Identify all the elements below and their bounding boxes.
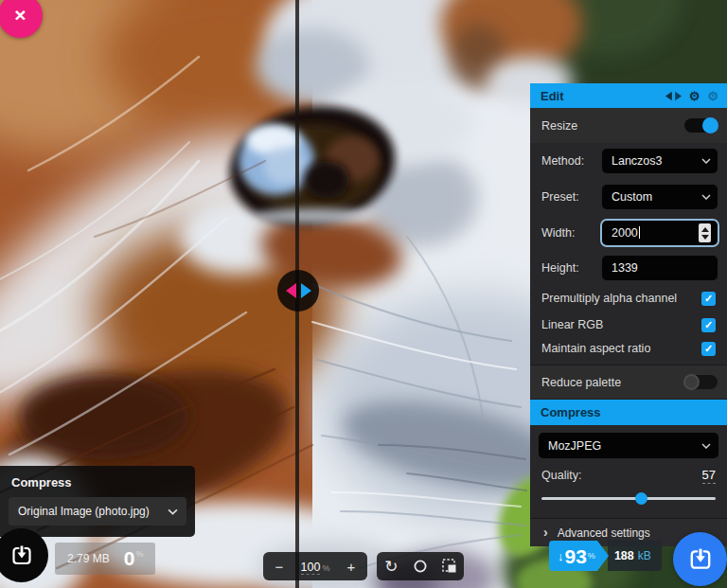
quality-value[interactable]: 57	[702, 468, 716, 484]
source-image-select[interactable]: Original Image (photo.jpg)	[9, 497, 186, 526]
minus-icon: −	[275, 559, 284, 575]
preset-row: Preset: Custom	[530, 179, 727, 215]
original-panel-title: Compress	[0, 466, 195, 497]
zoom-out-button[interactable]: −	[265, 552, 293, 580]
original-file-size: 2.79 MB	[67, 552, 110, 565]
reduce-palette-row: Reduce palette	[530, 365, 727, 400]
width-label: Width:	[541, 226, 575, 240]
quality-label: Quality:	[541, 469, 581, 482]
linear-rgb-label: Linear RGB	[541, 318, 603, 331]
text-caret	[639, 226, 640, 239]
spinner-up-icon	[701, 227, 709, 232]
compressed-size-value: 188	[614, 549, 634, 562]
download-icon	[10, 544, 33, 567]
percent-sign: %	[135, 549, 143, 559]
spinner-down-icon	[701, 235, 709, 240]
download-icon	[688, 547, 713, 572]
width-input[interactable]: 2000	[602, 221, 718, 245]
chevron-down-icon	[168, 508, 178, 515]
height-row: Height: 1339	[530, 251, 727, 285]
premultiply-checkbox[interactable]: ✓	[701, 292, 716, 306]
chevron-down-icon	[701, 443, 711, 449]
preset-select[interactable]: Custom	[602, 185, 718, 209]
reduce-palette-toggle[interactable]	[684, 375, 718, 389]
aspect-ratio-row: Maintain aspect ratio ✓	[530, 338, 727, 365]
rotate-icon: ↻	[384, 557, 398, 577]
compare-left-arrow-icon	[286, 283, 296, 298]
linear-rgb-checkbox[interactable]: ✓	[701, 318, 716, 332]
reduce-palette-label: Reduce palette	[541, 376, 621, 389]
resize-toggle[interactable]	[684, 118, 718, 133]
chevron-down-icon	[701, 158, 711, 164]
view-toolbar: ↻	[377, 552, 464, 580]
circle-icon	[414, 560, 427, 573]
slider-thumb[interactable]	[635, 492, 647, 505]
aspect-ratio-label: Maintain aspect ratio	[541, 342, 650, 355]
method-select[interactable]: Lanczos3	[602, 149, 718, 173]
edit-panel: Edit ⚙ ⚙ Resize Method: Lanczos3	[530, 83, 727, 546]
aspect-ratio-checkbox[interactable]: ✓	[701, 342, 716, 356]
compare-toggle-icon[interactable]	[665, 91, 682, 101]
preset-label: Preset:	[541, 190, 579, 204]
chevron-right-icon: ›	[543, 525, 548, 540]
edit-panel-header: Edit ⚙ ⚙	[530, 83, 727, 108]
number-spinner[interactable]	[699, 223, 711, 242]
savings-badge: ↓ 93 % 188 kB	[549, 541, 662, 571]
toggle-background-button[interactable]	[435, 552, 464, 580]
rotate-button[interactable]: ↻	[377, 552, 405, 580]
down-arrow-icon: ↓	[558, 549, 564, 563]
codec-select[interactable]: MozJPEG	[539, 433, 718, 458]
linear-rgb-row: Linear RGB ✓	[530, 312, 727, 338]
chevron-down-icon	[701, 194, 711, 200]
premultiply-label: Premultiply alpha channel	[541, 292, 677, 305]
original-percent-value: 0	[124, 547, 135, 569]
slider-track	[541, 497, 716, 500]
resize-label: Resize	[541, 119, 577, 133]
center-view-button[interactable]	[406, 552, 434, 580]
savings-percent-sign: %	[588, 551, 595, 561]
frame-select-icon	[442, 559, 457, 574]
gear-icon-disabled: ⚙	[707, 90, 718, 102]
edit-panel-title: Edit	[541, 89, 564, 103]
savings-value: 93	[565, 546, 587, 566]
download-compressed-button[interactable]	[673, 532, 727, 586]
copy-settings-icon[interactable]: ⚙	[689, 90, 700, 102]
close-icon: ×	[14, 4, 26, 27]
method-row: Method: Lanczos3	[530, 143, 727, 179]
savings-percent: ↓ 93 %	[549, 541, 597, 571]
zoom-percent-sign: %	[322, 563, 329, 573]
resize-row: Resize	[530, 108, 727, 143]
check-icon: ✓	[704, 343, 713, 355]
width-row: Width: 2000	[530, 215, 727, 251]
original-image-panel: Compress Original Image (photo.jpg)	[0, 466, 195, 537]
quality-section: Quality: 57	[530, 458, 727, 518]
squoosh-app: × Edit ⚙ ⚙ Resize Method: Lanczos3	[0, 0, 727, 588]
compressed-size-readout: 188 kB	[608, 541, 662, 571]
height-label: Height:	[541, 261, 579, 275]
badge-arrow-point	[597, 541, 609, 571]
advanced-settings-label: Advanced settings	[558, 526, 650, 540]
zoom-toolbar: − 100% +	[263, 552, 367, 580]
check-icon: ✓	[704, 319, 713, 331]
check-icon: ✓	[704, 293, 713, 305]
reduce-palette-toggle-knob	[683, 374, 700, 390]
compressed-size-unit: kB	[638, 549, 651, 562]
compare-right-arrow-icon	[301, 283, 311, 298]
compare-divider-handle[interactable]	[277, 270, 319, 312]
zoom-in-button[interactable]: +	[337, 552, 365, 580]
compress-panel-title: Compress	[541, 405, 601, 419]
compress-panel-header: Compress	[530, 400, 727, 425]
height-input[interactable]: 1339	[602, 256, 718, 280]
codec-section: MozJPEG	[530, 425, 727, 458]
resize-toggle-knob	[702, 117, 718, 134]
original-size-readout: 2.79 MB 0%	[55, 543, 155, 575]
plus-icon: +	[347, 559, 356, 575]
premultiply-row: Premultiply alpha channel ✓	[530, 285, 727, 312]
zoom-level-value[interactable]: 100	[301, 561, 321, 575]
quality-slider[interactable]	[541, 492, 716, 505]
method-label: Method:	[541, 154, 584, 168]
